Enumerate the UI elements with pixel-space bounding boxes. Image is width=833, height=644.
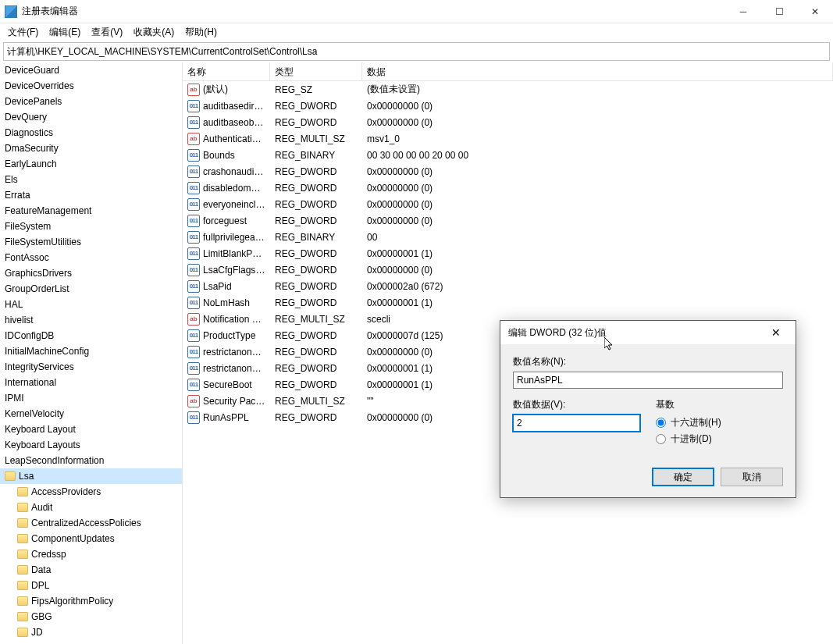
value-type: REG_SZ [270,84,362,95]
binary-icon [187,346,200,358]
tree-item-label: FipsAlgorithmPolicy [31,596,113,607]
tree-item-label: DeviceOverrides [5,80,74,91]
tree-item[interactable]: IPMI [0,390,182,406]
tree-item[interactable]: hivelist [0,312,182,328]
tree-item-label: Audit [31,502,52,513]
value-name: SecureBoot [203,379,252,390]
menu-view[interactable]: 查看(V) [87,24,127,41]
binary-icon [187,100,200,112]
tree-item[interactable]: Keyboard Layouts [0,437,182,453]
value-row[interactable]: LimitBlankPass...REG_DWORD0x00000001 (1) [183,245,833,262]
value-data: msv1_0 [362,133,833,144]
minimize-button[interactable]: ─ [725,0,761,23]
tree-item[interactable]: KernelVelocity [0,406,182,422]
tree-item[interactable]: Data [0,562,182,578]
folder-icon [17,581,28,590]
tree-item-label: InitialMachineConfig [5,346,89,357]
value-row[interactable]: (默认)REG_SZ(数值未设置) [183,81,833,98]
tree-item[interactable]: LeapSecondInformation [0,453,182,468]
tree-item-label: ComponentUpdates [31,533,115,544]
tree-item[interactable]: GroupOrderList [0,281,182,297]
tree-item[interactable]: DevQuery [0,109,182,125]
tree-item[interactable]: Lsa [0,468,182,484]
value-type: REG_DWORD [270,117,362,128]
dialog-close-button[interactable]: ✕ [764,326,788,339]
value-row[interactable]: BoundsREG_BINARY00 30 00 00 00 20 00 00 [183,147,833,163]
tree-item[interactable]: Errata [0,187,182,203]
value-row[interactable]: auditbasedirec...REG_DWORD0x00000000 (0) [183,98,833,114]
folder-icon [17,565,28,575]
maximize-button[interactable]: ☐ [761,0,797,23]
tree-item[interactable]: FipsAlgorithmPolicy [0,593,182,609]
tree-item[interactable]: DeviceOverrides [0,78,182,94]
tree-item[interactable]: FileSystemUtilities [0,234,182,250]
value-row[interactable]: crashonauditfailREG_DWORD0x00000000 (0) [183,163,833,180]
value-row[interactable]: LsaCfgFlagsDe...REG_DWORD0x00000000 (0) [183,262,833,278]
value-name-input[interactable] [513,372,783,389]
value-row[interactable]: LsaPidREG_DWORD0x000002a0 (672) [183,278,833,294]
value-row[interactable]: fullprivilegeau...REG_BINARY00 [183,229,833,245]
radio-dec-input[interactable] [656,434,666,444]
ok-button[interactable]: 确定 [652,468,714,486]
close-button[interactable]: ✕ [797,0,833,23]
tree-item[interactable]: FeatureManagement [0,203,182,219]
value-name: Authentication ... [203,133,265,144]
address-bar[interactable]: 计算机\HKEY_LOCAL_MACHINE\SYSTEM\CurrentCon… [3,42,830,61]
value-name: auditbaseobje... [203,117,265,128]
value-data-input[interactable] [513,415,640,432]
tree-item[interactable]: DevicePanels [0,94,182,109]
col-type[interactable]: 类型 [270,62,362,80]
radio-hex[interactable]: 十六进制(H) [656,416,783,429]
value-row[interactable]: auditbaseobje...REG_DWORD0x00000000 (0) [183,114,833,130]
tree-item[interactable]: DeviceGuard [0,62,182,78]
tree-item[interactable]: FontAssoc [0,250,182,265]
value-name: auditbasedirec... [203,101,265,112]
value-row[interactable]: Authentication ...REG_MULTI_SZmsv1_0 [183,130,833,147]
tree-item-label: LeapSecondInformation [5,455,104,466]
value-data: 0x000002a0 (672) [362,281,833,292]
tree-item[interactable]: GraphicsDrivers [0,265,182,281]
cancel-button[interactable]: 取消 [721,468,783,486]
tree-item[interactable]: GBG [0,609,182,624]
col-name[interactable]: 名称 [183,62,270,80]
value-row[interactable]: NoLmHashREG_DWORD0x00000001 (1) [183,294,833,311]
tree-item[interactable]: IntegrityServices [0,359,182,375]
value-data: 0x00000001 (1) [362,297,833,308]
tree-item[interactable]: HAL [0,297,182,312]
tree-item[interactable]: Keyboard Layout [0,422,182,437]
value-row[interactable]: disabledomain...REG_DWORD0x00000000 (0) [183,180,833,196]
tree-item[interactable]: Audit [0,500,182,515]
binary-icon [187,297,200,309]
tree-panel[interactable]: DeviceGuardDeviceOverridesDevicePanelsDe… [0,62,183,644]
menu-help[interactable]: 帮助(H) [180,24,222,41]
col-data[interactable]: 数据 [362,62,833,80]
menu-file[interactable]: 文件(F) [3,24,43,41]
menu-favorites[interactable]: 收藏夹(A) [129,24,179,41]
tree-item-label: DevQuery [5,112,47,123]
tree-item[interactable]: EarlyLaunch [0,156,182,172]
tree-item[interactable]: Els [0,172,182,187]
tree-item[interactable]: JD [0,624,182,640]
tree-item[interactable]: AccessProviders [0,484,182,500]
value-row[interactable]: forceguestREG_DWORD0x00000000 (0) [183,212,833,229]
tree-item-label: FontAssoc [5,252,49,263]
menu-edit[interactable]: 编辑(E) [44,24,85,41]
tree-item[interactable]: Diagnostics [0,125,182,141]
tree-item-label: FileSystem [5,221,51,232]
radio-hex-input[interactable] [656,418,666,428]
radio-dec[interactable]: 十进制(D) [656,432,783,446]
value-type: REG_MULTI_SZ [270,314,362,325]
value-type: REG_DWORD [270,347,362,358]
tree-item[interactable]: Credssp [0,546,182,562]
tree-item[interactable]: InitialMachineConfig [0,343,182,359]
tree-item[interactable]: International [0,375,182,390]
tree-item[interactable]: ComponentUpdates [0,531,182,546]
binary-icon [187,362,200,375]
binary-icon [187,116,200,129]
tree-item[interactable]: FileSystem [0,219,182,234]
tree-item[interactable]: DmaSecurity [0,141,182,156]
value-row[interactable]: everyoneinclud...REG_DWORD0x00000000 (0) [183,196,833,212]
tree-item[interactable]: IDConfigDB [0,328,182,343]
tree-item[interactable]: CentralizedAccessPolicies [0,515,182,531]
tree-item[interactable]: DPL [0,578,182,593]
